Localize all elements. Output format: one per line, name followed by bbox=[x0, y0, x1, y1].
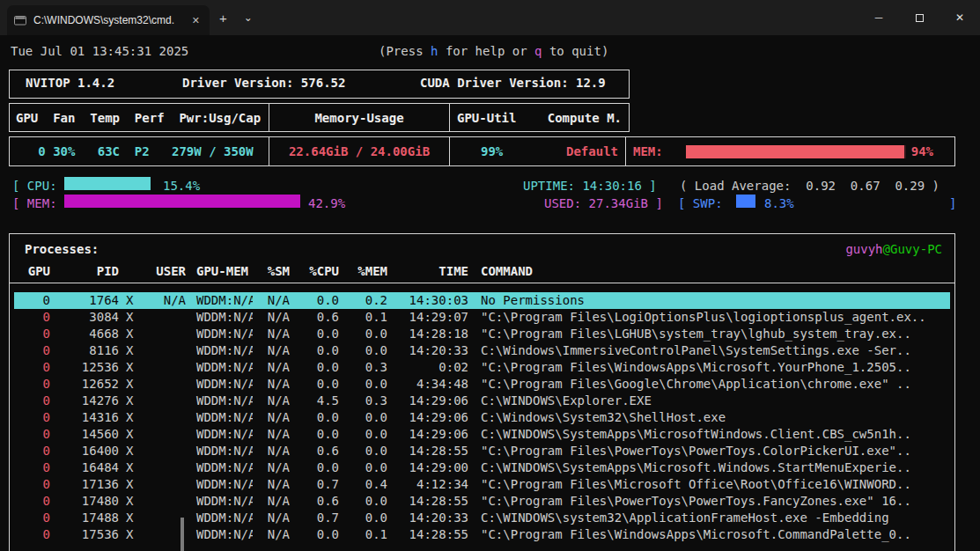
cell-gpu: 0 bbox=[14, 326, 50, 342]
cell-mem: 0.0 bbox=[339, 326, 387, 342]
cell-sm: N/A bbox=[253, 426, 290, 443]
compute-mode-value: Default bbox=[566, 144, 618, 158]
cell-command: "C:\Program Files\LGHUB\system_tray\lghu… bbox=[468, 326, 950, 342]
cell-mem: 0.3 bbox=[339, 359, 387, 376]
window-controls: ─ ✕ bbox=[858, 0, 980, 35]
close-button[interactable]: ✕ bbox=[939, 0, 980, 35]
process-row[interactable]: 0 14276 X WDDM:N/A N/A 4.5 0.3 14:29:06 … bbox=[14, 393, 950, 409]
cell-gpu: 0 bbox=[14, 342, 50, 359]
cell-time: 14:29:06 bbox=[387, 426, 468, 443]
cell-sm: N/A bbox=[253, 526, 290, 543]
process-row[interactable]: 0 1764 X N/A WDDM:N/A N/A 0.0 0.2 14:30:… bbox=[14, 292, 950, 309]
cell-gpu-mem: WDDM:N/A bbox=[186, 376, 253, 393]
scrollbar-thumb[interactable] bbox=[181, 518, 184, 551]
process-row[interactable]: 0 17136 X WDDM:N/A N/A 0.7 0.4 4:12:34 "… bbox=[14, 476, 950, 493]
cell-gpu: 0 bbox=[14, 376, 50, 393]
col-header-gpu: GPU bbox=[14, 263, 50, 280]
new-tab-button[interactable]: + bbox=[210, 11, 237, 26]
cell-gpu: 0 bbox=[14, 292, 50, 309]
cell-mem: 0.0 bbox=[339, 376, 387, 393]
process-row[interactable]: 0 17536 X WDDM:N/A N/A 0.0 0.1 14:28:55 … bbox=[14, 526, 950, 543]
util-compute-header: GPU-Util Compute M. bbox=[450, 104, 629, 131]
process-rows: 0 1764 X N/A WDDM:N/A N/A 0.0 0.2 14:30:… bbox=[10, 292, 954, 543]
cell-gpu: 0 bbox=[14, 476, 50, 493]
cell-sm: N/A bbox=[253, 292, 290, 309]
process-row[interactable]: 0 14316 X WDDM:N/A N/A 0.0 0.0 14:29:06 … bbox=[14, 409, 950, 426]
swap-bar-fill bbox=[736, 195, 755, 208]
process-row[interactable]: 0 8116 X WDDM:N/A N/A 0.0 0.0 14:20:33 C… bbox=[14, 342, 950, 359]
mem-gauge-percent: 94% bbox=[911, 144, 933, 158]
cell-user bbox=[142, 426, 186, 443]
cell-cpu: 0.0 bbox=[290, 409, 339, 426]
process-row[interactable]: 0 17480 X WDDM:N/A N/A 0.6 0.0 14:28:55 … bbox=[14, 493, 950, 510]
process-row[interactable]: 0 12536 X WDDM:N/A N/A 0.0 0.3 0:02 "C:\… bbox=[14, 359, 950, 376]
cell-command: "C:\Program Files\Microsoft Office\Root\… bbox=[468, 476, 950, 493]
cell-command: "C:\Program Files\PowerToys\PowerToys.Co… bbox=[468, 443, 950, 459]
cell-command: C:\WINDOWS\system32\ApplicationFrameHost… bbox=[468, 510, 950, 526]
cell-sm: N/A bbox=[253, 342, 290, 359]
cpu-label: [ CPU: bbox=[12, 177, 57, 195]
gpu-header-box: GPU Fan Temp Perf Pwr:Usg/Cap Memory-Usa… bbox=[9, 103, 630, 132]
cell-cpu: 0.6 bbox=[290, 493, 339, 510]
col-header-command: COMMAND bbox=[468, 263, 950, 280]
cuda-version: CUDA Driver Version: 12.9 bbox=[420, 76, 606, 90]
cell-sm: N/A bbox=[253, 309, 290, 326]
hostname-text: @Guvy-PC bbox=[883, 242, 942, 256]
cell-mem: 0.0 bbox=[339, 342, 387, 359]
tab-close-icon[interactable]: ✕ bbox=[189, 15, 203, 26]
cell-mem: 0.0 bbox=[339, 459, 387, 476]
col-header-gpu-mem: GPU-MEM bbox=[186, 263, 253, 280]
cell-type: X bbox=[119, 359, 142, 376]
cell-user bbox=[142, 476, 186, 493]
cell-gpu: 0 bbox=[14, 526, 50, 543]
nvitop-version: NVITOP 1.4.2 bbox=[26, 76, 114, 90]
process-row[interactable]: 0 12652 X WDDM:N/A N/A 0.0 0.0 4:34:48 "… bbox=[14, 376, 950, 393]
col-header-user: USER bbox=[142, 263, 186, 280]
cell-user bbox=[142, 459, 186, 476]
process-row[interactable]: 0 16484 X WDDM:N/A N/A 0.0 0.0 14:29:00 … bbox=[14, 459, 950, 476]
mem-percent: 42.9% bbox=[308, 195, 345, 212]
cell-command: No Permissions bbox=[468, 292, 950, 309]
cell-cpu: 0.0 bbox=[290, 426, 339, 443]
tab-dropdown-icon[interactable]: ⌄ bbox=[237, 11, 260, 24]
process-row[interactable]: 0 17488 X WDDM:N/A N/A 0.7 0.0 14:20:33 … bbox=[14, 510, 950, 526]
processes-header-row: Processes: guvyh@Guvy-PC bbox=[25, 241, 942, 258]
cell-cpu: 4.5 bbox=[290, 393, 339, 409]
cell-gpu: 0 bbox=[14, 393, 50, 409]
mem-gauge-label: MEM: bbox=[633, 144, 663, 158]
cell-sm: N/A bbox=[253, 459, 290, 476]
cell-gpu-mem: WDDM:N/A bbox=[186, 326, 253, 342]
cmd-icon bbox=[14, 14, 26, 26]
mem-gauge-track bbox=[686, 145, 906, 158]
cell-sm: N/A bbox=[253, 510, 290, 526]
process-row[interactable]: 0 16400 X WDDM:N/A N/A 0.6 0.0 14:28:55 … bbox=[14, 443, 950, 459]
process-row[interactable]: 0 3084 X WDDM:N/A N/A 0.6 0.1 14:29:07 "… bbox=[14, 309, 950, 326]
cell-user bbox=[142, 359, 186, 376]
terminal-tab[interactable]: C:\WINDOWS\system32\cmd. ✕ bbox=[7, 5, 210, 35]
minimize-button[interactable]: ─ bbox=[858, 0, 899, 35]
process-row[interactable]: 0 14560 X WDDM:N/A N/A 0.0 0.0 14:29:06 … bbox=[14, 426, 950, 443]
cell-cpu: 0.0 bbox=[290, 326, 339, 342]
driver-version: Driver Version: 576.52 bbox=[182, 76, 345, 90]
cell-type: X bbox=[119, 326, 142, 342]
cell-pid: 16400 bbox=[50, 443, 119, 459]
cell-time: 14:20:33 bbox=[387, 510, 468, 526]
user-host-text: guvyh@Guvy-PC bbox=[845, 241, 942, 258]
cell-user bbox=[142, 409, 186, 426]
cell-command: "C:\Program Files\PowerToys\PowerToys.Fa… bbox=[468, 493, 950, 510]
cell-command: C:\WINDOWS\SystemApps\Microsoft.Windows.… bbox=[468, 459, 950, 476]
process-row[interactable]: 0 4668 X WDDM:N/A N/A 0.0 0.0 14:28:18 "… bbox=[14, 326, 950, 342]
cell-type: X bbox=[119, 476, 142, 493]
cell-gpu-mem: WDDM:N/A bbox=[186, 493, 253, 510]
processes-title: Processes: bbox=[25, 241, 99, 258]
cell-mem: 0.2 bbox=[339, 292, 387, 309]
titlebar[interactable]: C:\WINDOWS\system32\cmd. ✕ + ⌄ ─ ✕ bbox=[0, 0, 980, 35]
maximize-button[interactable] bbox=[899, 0, 939, 35]
cell-time: 14:28:18 bbox=[387, 326, 468, 342]
cell-time: 14:28:55 bbox=[387, 526, 468, 543]
cell-pid: 4668 bbox=[50, 326, 119, 342]
gpu-info-box: NVITOP 1.4.2 Driver Version: 576.52 CUDA… bbox=[9, 70, 630, 99]
cell-mem: 0.0 bbox=[339, 426, 387, 443]
cell-type: X bbox=[119, 309, 142, 326]
gpu-stats-box: 0 30% 63C P2 279W / 350W 22.64GiB / 24.0… bbox=[9, 136, 955, 166]
